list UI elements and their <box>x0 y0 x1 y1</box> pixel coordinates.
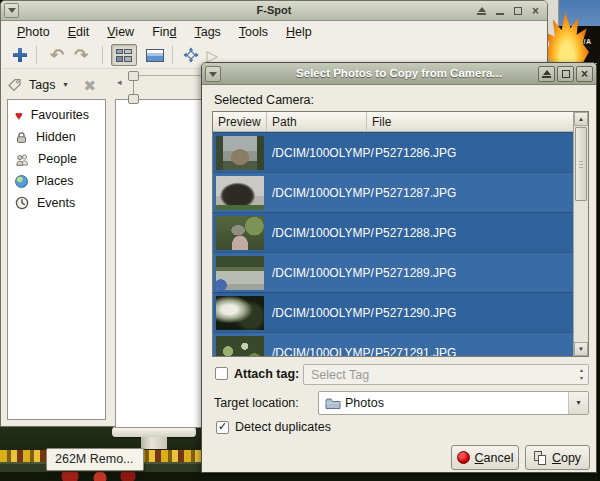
lock-icon <box>15 131 28 144</box>
people-icon <box>15 153 30 166</box>
table-row[interactable]: /DCIM/100OLYMP/ P5271288.JPG <box>213 212 573 252</box>
pane-splitter-handle[interactable] <box>128 94 139 104</box>
table-row[interactable]: /DCIM/100OLYMP/ P5271291.JPG <box>213 332 573 356</box>
attach-tag-label: Attach tag: <box>234 367 299 381</box>
toolbar-separator <box>172 46 173 64</box>
sidebar-item-label: Places <box>36 174 74 188</box>
column-header-file[interactable]: File <box>367 112 573 131</box>
combo-dropdown-button[interactable]: ▾ <box>568 392 588 414</box>
fspot-window-title: F-Spot <box>1 4 547 16</box>
cell-file: P5271290.JPG <box>367 306 573 320</box>
cancel-button-label: Cancel <box>475 451 514 465</box>
menu-help[interactable]: Help <box>277 23 321 41</box>
dialog-maximize-button[interactable] <box>557 66 574 82</box>
cell-file: P5271289.JPG <box>367 266 573 280</box>
column-header-preview[interactable]: Preview <box>213 112 267 131</box>
browse-mode-button[interactable] <box>111 44 137 66</box>
shade-icon <box>477 7 486 15</box>
zoom-slider-handle[interactable] <box>128 71 139 81</box>
table-row[interactable]: /DCIM/100OLYMP/ P5271289.JPG <box>213 252 573 292</box>
menubar: Photo Edit View Find Tags Tools Help <box>2 21 546 42</box>
photo-thumbnail <box>216 176 264 210</box>
selected-camera-label: Selected Camera: <box>214 93 314 107</box>
maximize-icon <box>562 70 570 78</box>
fullscreen-button[interactable] <box>183 47 199 63</box>
edit-image-button[interactable] <box>146 49 164 62</box>
detect-duplicates-checkbox[interactable]: ✓ <box>216 421 229 434</box>
sidebar-item-label: Hidden <box>36 130 76 144</box>
table-row[interactable]: /DCIM/100OLYMP/ P5271290.JPG <box>213 292 573 332</box>
zoom-slider-track <box>133 81 134 94</box>
attach-tag-value: Select Tag <box>304 368 580 382</box>
menu-view[interactable]: View <box>98 23 143 41</box>
photo-thumbnail <box>216 296 264 330</box>
cell-path: /DCIM/100OLYMP/ <box>267 226 367 240</box>
photo-thumbnail <box>216 336 264 357</box>
copy-icon <box>534 451 547 465</box>
rotate-right-button[interactable]: ↷ <box>74 47 88 64</box>
menu-tools[interactable]: Tools <box>230 23 277 41</box>
target-location-value: Photos <box>341 396 568 410</box>
status-tooltip: 262M Remo... <box>46 448 144 471</box>
target-location-label: Target location: <box>214 396 299 410</box>
menu-photo[interactable]: Photo <box>8 23 59 41</box>
heart-icon: ♥ <box>15 109 23 122</box>
attach-tag-combo[interactable]: Select Tag ▴▾ <box>303 364 589 385</box>
sidebar-item-events[interactable]: Events <box>8 192 105 214</box>
checkmark-icon: ✓ <box>218 421 227 432</box>
scroll-down-button[interactable]: ▾ <box>574 342 588 356</box>
cell-path: /DCIM/100OLYMP/ <box>267 346 367 357</box>
sidebar-item-people[interactable]: People <box>8 148 105 170</box>
table-row[interactable]: /DCIM/100OLYMP/ P5271287.JPG <box>213 172 573 212</box>
sidebar-item-label: Events <box>37 196 75 210</box>
cell-file: P5271286.JPG <box>367 146 573 160</box>
attach-tag-checkbox[interactable] <box>215 367 228 380</box>
dialog-titlebar[interactable]: Select Photos to Copy from Camera... × <box>202 63 596 85</box>
copy-button[interactable]: Copy <box>525 445 590 470</box>
sidebar-item-hidden[interactable]: Hidden <box>8 126 105 148</box>
close-button[interactable]: × <box>528 3 543 18</box>
shade-button[interactable] <box>474 3 489 18</box>
combo-spinner-icon: ▴▾ <box>580 367 583 381</box>
table-scrollbar[interactable]: ▴ ▾ <box>573 112 588 356</box>
menu-tags[interactable]: Tags <box>185 23 229 41</box>
minimize-icon <box>496 13 504 15</box>
scrollbar-thumb[interactable] <box>575 127 587 201</box>
collapse-arrow-icon[interactable]: ◂ <box>117 78 122 87</box>
tags-sidebar: ♥ Favourites Hidden People Places <box>7 99 106 420</box>
cell-path: /DCIM/100OLYMP/ <box>267 146 367 160</box>
dialog-shade-button[interactable] <box>538 66 555 82</box>
maximize-icon <box>514 7 522 15</box>
sidebar-item-places[interactable]: Places <box>8 170 105 192</box>
folder-icon <box>325 397 341 410</box>
toolbar-separator <box>102 46 103 64</box>
tag-selector[interactable]: Tags ▾ ✖ <box>7 73 96 97</box>
photo-table: Preview Path File /DCIM/100OLYMP/ P52712… <box>212 111 589 357</box>
globe-icon <box>15 175 28 188</box>
table-header: Preview Path File <box>213 112 573 132</box>
cell-file: P5271288.JPG <box>367 226 573 240</box>
menu-edit[interactable]: Edit <box>59 23 99 41</box>
sundial-top <box>112 427 196 437</box>
clock-icon <box>15 196 29 210</box>
column-header-path[interactable]: Path <box>267 112 367 131</box>
slideshow-button[interactable]: ▷ <box>207 48 219 63</box>
rotate-left-button[interactable]: ↶ <box>50 47 64 64</box>
import-button[interactable] <box>12 47 28 63</box>
wallpaper-red-flowers <box>0 472 600 481</box>
minimize-button[interactable] <box>492 3 507 18</box>
table-row[interactable]: /DCIM/100OLYMP/ P5271286.JPG <box>213 132 573 172</box>
fspot-titlebar[interactable]: F-Spot × <box>1 1 547 21</box>
scroll-up-button[interactable]: ▴ <box>574 112 588 126</box>
dialog-close-button[interactable]: × <box>576 66 593 82</box>
menu-find[interactable]: Find <box>143 23 185 41</box>
sidebar-item-favourites[interactable]: ♥ Favourites <box>8 104 105 126</box>
cancel-button[interactable]: Cancel <box>451 445 519 470</box>
target-location-combo[interactable]: Photos ▾ <box>318 391 589 415</box>
tag-selector-dropdown-icon: ▾ <box>63 81 67 89</box>
close-icon: × <box>581 67 588 81</box>
maximize-button[interactable] <box>510 3 525 18</box>
tag-icon <box>7 78 22 93</box>
cell-path: /DCIM/100OLYMP/ <box>267 186 367 200</box>
delete-tag-button[interactable]: ✖ <box>83 78 96 93</box>
